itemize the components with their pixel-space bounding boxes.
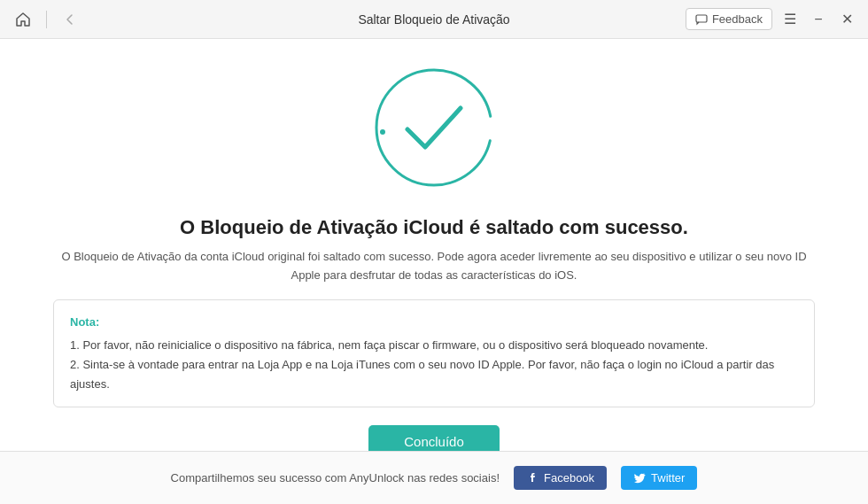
- note-box: Nota: 1. Por favor, não reinicialice o d…: [53, 299, 815, 407]
- menu-button[interactable]: ☰: [779, 9, 801, 30]
- success-description: O Bloqueio de Ativação da conta iCloud o…: [53, 248, 815, 285]
- note-line-2: 2. Sinta-se à vontade para entrar na Loj…: [70, 355, 798, 394]
- twitter-label: Twitter: [651, 471, 685, 485]
- svg-point-1: [376, 70, 492, 185]
- facebook-button[interactable]: Facebook: [514, 466, 607, 490]
- home-button[interactable]: [11, 7, 35, 32]
- facebook-icon: [526, 472, 539, 485]
- minimize-button[interactable]: −: [808, 9, 829, 30]
- divider: [46, 11, 47, 28]
- svg-point-2: [380, 129, 385, 135]
- back-button[interactable]: [58, 7, 82, 32]
- twitter-button[interactable]: Twitter: [621, 466, 697, 490]
- close-button[interactable]: ✕: [836, 9, 857, 30]
- feedback-label: Feedback: [712, 12, 763, 26]
- page-title: Saltar Bloqueio de Ativação: [358, 12, 509, 27]
- feedback-button[interactable]: Feedback: [686, 8, 772, 30]
- title-bar: Saltar Bloqueio de Ativação Feedback ☰ −…: [0, 0, 868, 39]
- title-bar-left: [11, 7, 82, 32]
- note-line-1: 1. Por favor, não reinicialice o disposi…: [70, 336, 798, 355]
- svg-rect-0: [696, 15, 707, 22]
- share-text: Compartilhemos seu sucesso com AnyUnlock…: [171, 471, 500, 485]
- facebook-label: Facebook: [544, 471, 594, 485]
- feedback-icon: [695, 13, 708, 26]
- success-title: O Bloqueio de Ativação iCloud é saltado …: [180, 216, 688, 239]
- twitter-icon: [633, 472, 646, 485]
- note-label: Nota:: [70, 313, 798, 332]
- success-circle: [363, 57, 505, 198]
- bottom-bar: Compartilhemos seu sucesso com AnyUnlock…: [0, 451, 868, 504]
- title-bar-right: Feedback ☰ − ✕: [686, 8, 857, 30]
- main-content: O Bloqueio de Ativação iCloud é saltado …: [0, 39, 868, 451]
